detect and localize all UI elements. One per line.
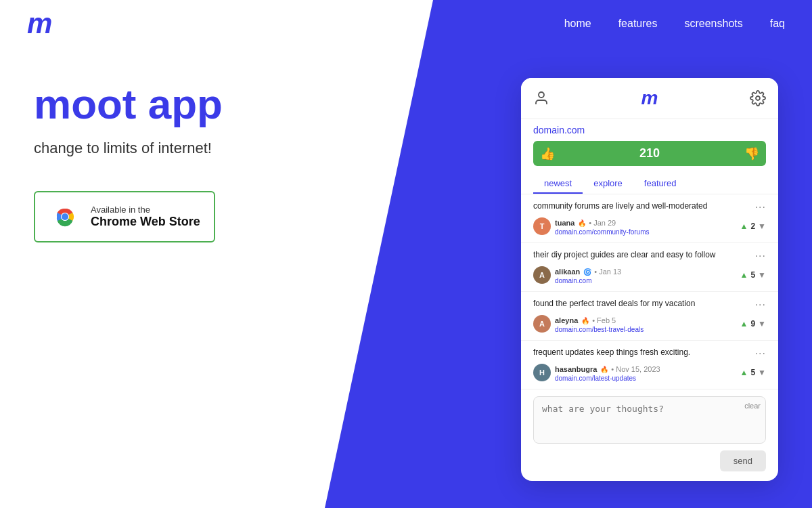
vote-controls: ▲ 5 ▼ bbox=[740, 368, 766, 377]
comment-date: • Jan 29 bbox=[589, 219, 616, 227]
avatar: A bbox=[533, 266, 551, 284]
downvote-button[interactable]: ▼ bbox=[758, 221, 766, 231]
comment-author: tuana bbox=[555, 219, 574, 227]
send-button[interactable]: send bbox=[720, 450, 766, 471]
comment-date: • Feb 5 bbox=[592, 316, 616, 324]
comment-text: community forums are lively and well-mod… bbox=[533, 201, 755, 212]
avatar: A bbox=[533, 315, 551, 333]
comment-text: their diy project guides are clear and e… bbox=[533, 250, 755, 261]
thumb-up-icon[interactable]: 👍 bbox=[540, 146, 555, 161]
comment-author: aleyna bbox=[555, 316, 578, 324]
tab-explore[interactable]: explore bbox=[583, 173, 633, 194]
vote-controls: ▲ 5 ▼ bbox=[740, 270, 766, 280]
avatar: H bbox=[533, 364, 551, 381]
comment-user-info: A aleyna 🔥 • Feb 5 domain.com/best-trave… bbox=[533, 314, 644, 333]
comment-author: alikaan bbox=[555, 268, 580, 276]
chrome-logo-icon bbox=[49, 200, 81, 233]
comment-user-info: A alikaan 🌀 • Jan 13 domain.com bbox=[533, 265, 621, 284]
author-emoji: 🌀 bbox=[583, 268, 591, 276]
hero-section: moot app change to limits of internet! A… bbox=[34, 81, 223, 242]
comment-item: community forums are lively and well-mod… bbox=[521, 194, 778, 243]
comment-date: • Nov 15, 2023 bbox=[611, 365, 660, 373]
vote-controls: ▲ 2 ▼ bbox=[740, 221, 766, 231]
downvote-button[interactable]: ▼ bbox=[758, 270, 766, 280]
nav-faq[interactable]: faq bbox=[770, 18, 785, 30]
comment-text: found the perfect travel deals for my va… bbox=[533, 299, 755, 310]
avatar: T bbox=[533, 217, 551, 235]
comment-text: frequent updates keep things fresh excit… bbox=[533, 347, 755, 358]
comment-options-button[interactable]: ··· bbox=[755, 201, 766, 213]
comment-options-button[interactable]: ··· bbox=[755, 250, 766, 262]
svg-point-5 bbox=[756, 96, 760, 100]
comments-list: community forums are lively and well-mod… bbox=[521, 194, 778, 389]
score-number: 210 bbox=[639, 146, 660, 161]
settings-icon[interactable] bbox=[750, 90, 766, 106]
comment-link[interactable]: domain.com bbox=[555, 277, 621, 284]
domain-display: domain.com bbox=[521, 119, 778, 138]
score-bar: 👍 210 👎 bbox=[533, 141, 766, 166]
tab-newest[interactable]: newest bbox=[533, 173, 583, 194]
main-nav: home features screenshots faq bbox=[564, 18, 785, 30]
comment-link[interactable]: domain.com/community-forums bbox=[555, 228, 649, 236]
author-emoji: 🔥 bbox=[600, 366, 608, 373]
app-mockup: m domain.com 👍 210 👎 newest explore feat… bbox=[521, 78, 778, 481]
nav-screenshots[interactable]: screenshots bbox=[684, 18, 742, 30]
comment-item: frequent updates keep things fresh excit… bbox=[521, 341, 778, 389]
cws-text-block: Available in the Chrome Web Store bbox=[91, 205, 200, 229]
comment-item: their diy project guides are clear and e… bbox=[521, 243, 778, 292]
vote-controls: ▲ 9 ▼ bbox=[740, 319, 766, 329]
upvote-button[interactable]: ▲ bbox=[740, 270, 748, 280]
downvote-button[interactable]: ▼ bbox=[758, 368, 766, 377]
downvote-button[interactable]: ▼ bbox=[758, 319, 766, 329]
vote-count: 5 bbox=[750, 270, 755, 280]
input-wrapper: clear bbox=[533, 396, 766, 446]
comment-author: hasanbugra bbox=[555, 365, 597, 373]
upvote-button[interactable]: ▲ bbox=[740, 319, 748, 329]
vote-count: 9 bbox=[750, 319, 755, 329]
user-icon[interactable] bbox=[533, 90, 549, 106]
app-title: moot app bbox=[34, 81, 223, 127]
mockup-header: m bbox=[521, 78, 778, 119]
nav-features[interactable]: features bbox=[618, 18, 658, 30]
comment-options-button[interactable]: ··· bbox=[755, 299, 766, 311]
chrome-web-store-badge[interactable]: Available in the Chrome Web Store bbox=[34, 191, 215, 242]
comment-tabs: newest explore featured bbox=[521, 173, 778, 194]
comment-link[interactable]: domain.com/latest-updates bbox=[555, 375, 660, 382]
author-emoji: 🔥 bbox=[581, 317, 589, 324]
comment-input[interactable] bbox=[533, 396, 766, 444]
vote-count: 2 bbox=[750, 221, 755, 231]
svg-point-4 bbox=[539, 92, 544, 98]
vote-count: 5 bbox=[750, 368, 755, 377]
cws-available-text: Available in the bbox=[91, 205, 200, 215]
clear-button[interactable]: clear bbox=[744, 402, 761, 410]
header: m home features screenshots faq bbox=[0, 0, 812, 47]
comment-user-info: T tuana 🔥 • Jan 29 domain.com/community-… bbox=[533, 216, 649, 236]
svg-point-3 bbox=[62, 213, 68, 220]
thumb-down-icon[interactable]: 👎 bbox=[744, 146, 759, 161]
upvote-button[interactable]: ▲ bbox=[740, 221, 748, 231]
app-subtitle: change to limits of internet! bbox=[34, 140, 223, 157]
comment-input-area: clear send bbox=[521, 389, 778, 481]
upvote-button[interactable]: ▲ bbox=[740, 368, 748, 377]
comment-item: found the perfect travel deals for my va… bbox=[521, 292, 778, 341]
comment-link[interactable]: domain.com/best-travel-deals bbox=[555, 326, 644, 333]
comment-date: • Jan 13 bbox=[594, 268, 621, 276]
tab-featured[interactable]: featured bbox=[633, 173, 687, 194]
cws-store-text: Chrome Web Store bbox=[91, 215, 200, 229]
comment-options-button[interactable]: ··· bbox=[755, 347, 766, 360]
header-logo[interactable]: m bbox=[27, 7, 52, 40]
author-emoji: 🔥 bbox=[578, 219, 586, 227]
nav-home[interactable]: home bbox=[564, 18, 591, 30]
comment-user-info: H hasanbugra 🔥 • Nov 15, 2023 domain.com… bbox=[533, 362, 660, 382]
mockup-logo: m bbox=[549, 87, 750, 109]
